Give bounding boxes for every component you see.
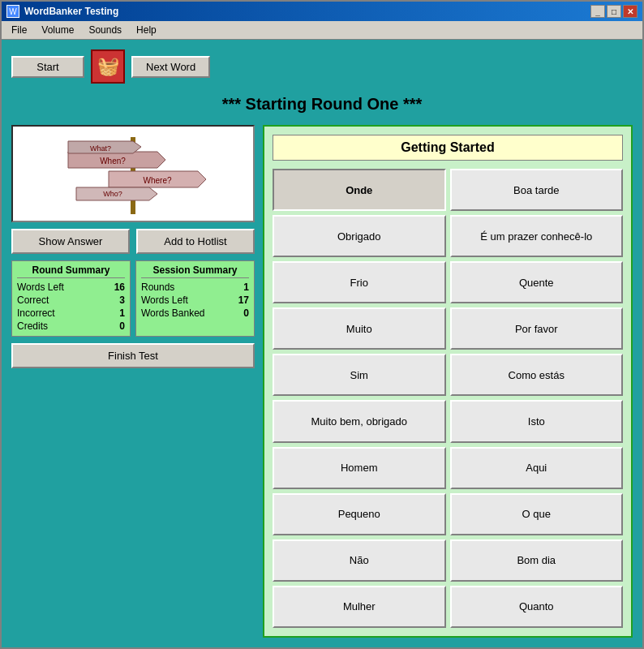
word-button-5[interactable]: Quente (450, 261, 624, 303)
word-button-12[interactable]: Homem (273, 447, 446, 489)
word-button-3[interactable]: É um prazer conhecê-lo (450, 215, 624, 257)
round-incorrect-row: Incorrect 1 (17, 307, 125, 320)
maximize-button[interactable]: □ (607, 5, 621, 18)
word-button-4[interactable]: Frio (273, 261, 446, 303)
show-answer-label: Show Answer (39, 235, 103, 247)
start-button[interactable]: Start (11, 56, 84, 78)
menu-volume[interactable]: Volume (35, 23, 80, 37)
minimize-button[interactable]: _ (590, 5, 605, 18)
app-icon: W (6, 5, 19, 18)
right-panel: Getting Started OndeBoa tardeObrigadoÉ u… (263, 125, 633, 638)
word-button-18[interactable]: Mulher (273, 586, 446, 628)
word-button-6[interactable]: Muito (273, 307, 446, 350)
finish-test-button[interactable]: Finish Test (11, 343, 255, 368)
body-area: When? Where? What? Who? Show Answer (11, 125, 633, 638)
window-title: WordBanker Testing (24, 6, 118, 17)
svg-text:Where?: Where? (143, 176, 171, 185)
round-summary-title: Round Summary (17, 264, 125, 278)
round-correct-row: Correct 3 (17, 294, 125, 307)
basket-icon: 🧺 (91, 49, 125, 84)
menu-sounds[interactable]: Sounds (82, 23, 128, 37)
round-words-left-value: 16 (114, 282, 125, 293)
round-summary-box: Round Summary Words Left 16 Correct 3 In… (11, 260, 131, 337)
session-rounds-value: 1 (243, 282, 249, 293)
add-hotlist-label: Add to Hotlist (164, 235, 226, 247)
action-buttons: Show Answer Add to Hotlist (11, 229, 255, 254)
round-words-left-label: Words Left (17, 282, 64, 293)
word-button-7[interactable]: Por favor (450, 307, 624, 350)
window-controls: _ □ ✕ (590, 5, 638, 18)
word-button-11[interactable]: Isto (450, 400, 624, 442)
session-summary-box: Session Summary Rounds 1 Words Left 17 W… (135, 260, 255, 337)
svg-text:What?: What? (90, 144, 111, 153)
title-bar: W WordBanker Testing _ □ ✕ (2, 2, 642, 21)
show-answer-button[interactable]: Show Answer (11, 229, 130, 254)
round-credits-row: Credits 0 (17, 320, 125, 333)
title-bar-left: W WordBanker Testing (6, 5, 118, 18)
menu-file[interactable]: File (5, 23, 33, 37)
session-summary-title: Session Summary (141, 264, 249, 278)
session-rounds-label: Rounds (141, 282, 174, 293)
word-button-1[interactable]: Boa tarde (450, 169, 624, 211)
menu-bar: File Volume Sounds Help (2, 21, 642, 40)
round-incorrect-value: 1 (119, 307, 125, 319)
round-words-left-row: Words Left 16 (17, 281, 125, 294)
word-button-0[interactable]: Onde (273, 169, 446, 211)
word-button-19[interactable]: Quanto (450, 586, 624, 628)
round-correct-value: 3 (119, 294, 125, 306)
word-button-14[interactable]: Pequeno (273, 493, 446, 535)
session-words-banked-row: Words Banked 0 (141, 307, 249, 320)
toolbar: Start 🧺 Next Word (11, 49, 633, 84)
svg-text:Who?: Who? (103, 190, 122, 198)
signpost-image: When? Where? What? Who? (13, 127, 253, 221)
session-words-left-label: Words Left (141, 294, 188, 306)
word-button-2[interactable]: Obrigado (273, 215, 446, 257)
word-button-8[interactable]: Sim (273, 354, 446, 396)
session-rounds-row: Rounds 1 (141, 281, 249, 294)
round-credits-value: 0 (119, 320, 125, 332)
round-incorrect-label: Incorrect (17, 307, 55, 319)
session-words-left-row: Words Left 17 (141, 294, 249, 307)
word-button-17[interactable]: Bom dia (450, 539, 624, 582)
main-content: Start 🧺 Next Word *** Starting Round One… (2, 40, 642, 647)
session-words-left-value: 17 (238, 294, 249, 306)
left-panel: When? Where? What? Who? Show Answer (11, 125, 255, 638)
round-correct-label: Correct (17, 294, 49, 306)
round-title: *** Starting Round One *** (11, 92, 633, 117)
session-words-banked-label: Words Banked (141, 307, 205, 319)
menu-help[interactable]: Help (130, 23, 163, 37)
word-button-9[interactable]: Como estás (450, 354, 624, 396)
image-box: When? Where? What? Who? (11, 125, 255, 222)
main-window: W WordBanker Testing _ □ ✕ File Volume S… (0, 0, 644, 649)
round-credits-label: Credits (17, 320, 48, 332)
session-words-banked-value: 0 (243, 307, 249, 319)
word-button-15[interactable]: O que (450, 493, 624, 535)
vocab-title: Getting Started (273, 135, 623, 161)
close-button[interactable]: ✕ (623, 5, 638, 18)
word-button-10[interactable]: Muito bem, obrigado (273, 400, 446, 442)
word-button-13[interactable]: Aqui (450, 447, 624, 489)
svg-text:When?: When? (100, 157, 126, 165)
word-button-16[interactable]: Não (273, 539, 446, 582)
word-grid: OndeBoa tardeObrigadoÉ um prazer conhecê… (273, 169, 623, 628)
summary-area: Round Summary Words Left 16 Correct 3 In… (11, 260, 255, 337)
next-word-button[interactable]: Next Word (131, 56, 210, 78)
add-hotlist-button[interactable]: Add to Hotlist (136, 229, 255, 254)
